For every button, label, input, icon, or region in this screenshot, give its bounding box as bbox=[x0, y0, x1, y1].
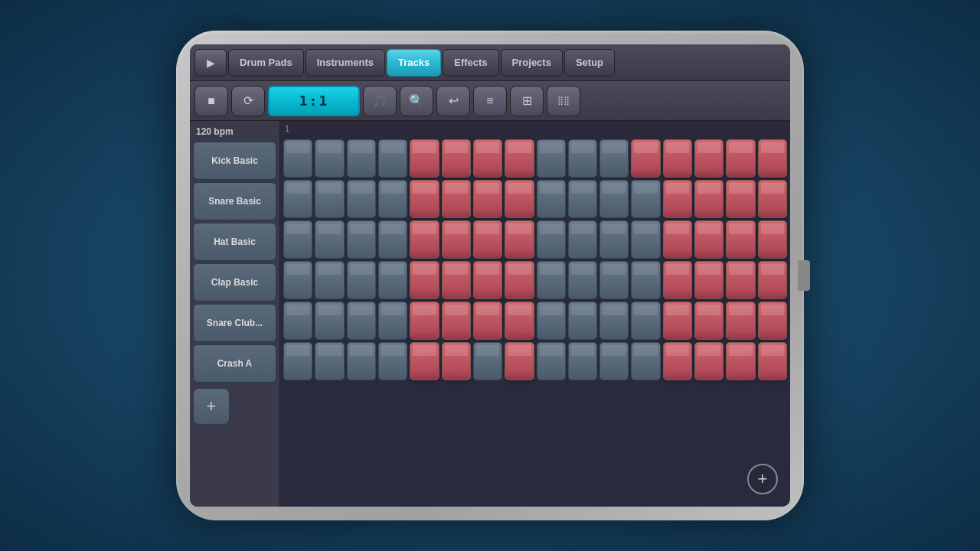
beat-cell-snare-basic-12[interactable] bbox=[663, 180, 692, 218]
track-label-snare-basic[interactable]: Snare Basic bbox=[193, 182, 276, 220]
beat-cell-hat-basic-7[interactable] bbox=[505, 220, 534, 259]
beat-cell-crash-a-0[interactable] bbox=[283, 342, 312, 380]
beat-cell-snare-club-6[interactable] bbox=[473, 302, 502, 340]
beat-cell-hat-basic-6[interactable] bbox=[473, 220, 502, 259]
beat-cell-hat-basic-15[interactable] bbox=[758, 220, 787, 259]
beat-cell-kick-basic-2[interactable] bbox=[347, 139, 376, 178]
track-label-clap-basic[interactable]: Clap Basic bbox=[193, 263, 276, 302]
beat-cell-kick-basic-5[interactable] bbox=[442, 139, 471, 178]
beat-cell-kick-basic-6[interactable] bbox=[473, 139, 502, 178]
track-label-kick-basic[interactable]: Kick Basic bbox=[193, 142, 276, 180]
track-label-snare-club[interactable]: Snare Club... bbox=[193, 304, 276, 342]
beat-cell-kick-basic-10[interactable] bbox=[599, 139, 629, 178]
beat-cell-snare-basic-0[interactable] bbox=[283, 180, 312, 218]
beat-cell-clap-basic-10[interactable] bbox=[599, 261, 629, 299]
beat-cell-snare-basic-7[interactable] bbox=[505, 180, 534, 218]
beat-cell-crash-a-3[interactable] bbox=[378, 342, 407, 380]
beat-cell-crash-a-4[interactable] bbox=[410, 342, 439, 380]
beat-cell-clap-basic-1[interactable] bbox=[315, 261, 344, 299]
beat-cell-hat-basic-14[interactable] bbox=[726, 220, 755, 259]
tab-instruments[interactable]: Instruments bbox=[305, 49, 385, 77]
beat-cell-snare-basic-1[interactable] bbox=[315, 180, 344, 218]
beat-cell-crash-a-7[interactable] bbox=[505, 342, 534, 380]
add-pattern-button[interactable]: + bbox=[747, 464, 778, 494]
beat-cell-hat-basic-9[interactable] bbox=[568, 220, 597, 259]
beat-cell-hat-basic-12[interactable] bbox=[663, 220, 692, 259]
beat-cell-crash-a-13[interactable] bbox=[694, 342, 724, 380]
beat-cell-hat-basic-13[interactable] bbox=[694, 220, 724, 259]
beat-cell-snare-club-7[interactable] bbox=[505, 302, 534, 340]
beat-cell-snare-basic-4[interactable] bbox=[410, 180, 439, 218]
beat-cell-snare-club-0[interactable] bbox=[283, 302, 312, 340]
beat-cell-kick-basic-13[interactable] bbox=[694, 139, 724, 178]
beat-cell-snare-basic-8[interactable] bbox=[537, 180, 566, 218]
beat-cell-snare-club-3[interactable] bbox=[378, 302, 407, 340]
beat-cell-crash-a-14[interactable] bbox=[726, 342, 755, 380]
grid-view-button[interactable]: ⊞ bbox=[510, 86, 544, 116]
list-view-button[interactable]: ≡ bbox=[473, 86, 507, 116]
beat-cell-kick-basic-0[interactable] bbox=[283, 139, 312, 178]
beat-cell-clap-basic-5[interactable] bbox=[442, 261, 471, 299]
beat-cell-crash-a-8[interactable] bbox=[537, 342, 566, 380]
beat-cell-crash-a-2[interactable] bbox=[347, 342, 376, 380]
beat-cell-kick-basic-12[interactable] bbox=[663, 139, 692, 178]
tab-projects[interactable]: Projects bbox=[501, 49, 563, 77]
search-button[interactable]: 🔍 bbox=[400, 86, 433, 116]
side-button[interactable] bbox=[798, 260, 810, 291]
beat-cell-hat-basic-1[interactable] bbox=[315, 220, 344, 259]
beat-cell-snare-club-15[interactable] bbox=[758, 302, 787, 340]
beat-cell-clap-basic-3[interactable] bbox=[378, 261, 407, 299]
beat-cell-snare-club-11[interactable] bbox=[631, 302, 660, 340]
beat-cell-hat-basic-10[interactable] bbox=[599, 220, 629, 259]
beat-cell-snare-club-1[interactable] bbox=[315, 302, 344, 340]
beat-cell-clap-basic-6[interactable] bbox=[473, 261, 502, 299]
beat-cell-clap-basic-9[interactable] bbox=[568, 261, 597, 299]
beat-cell-snare-club-14[interactable] bbox=[726, 302, 755, 340]
beat-cell-clap-basic-15[interactable] bbox=[758, 261, 787, 299]
beat-cell-clap-basic-13[interactable] bbox=[694, 261, 724, 299]
tab-effects[interactable]: Effects bbox=[443, 49, 498, 77]
beat-cell-crash-a-11[interactable] bbox=[631, 342, 660, 380]
beat-cell-kick-basic-14[interactable] bbox=[726, 139, 755, 178]
beat-cell-kick-basic-9[interactable] bbox=[568, 139, 597, 178]
beat-cell-kick-basic-8[interactable] bbox=[537, 139, 566, 178]
beat-cell-snare-basic-6[interactable] bbox=[473, 180, 502, 218]
beat-cell-snare-basic-11[interactable] bbox=[631, 180, 660, 218]
beat-cell-clap-basic-2[interactable] bbox=[347, 261, 376, 299]
tab-setup[interactable]: Setup bbox=[564, 49, 615, 77]
beat-cell-hat-basic-3[interactable] bbox=[378, 220, 407, 259]
beat-cell-kick-basic-3[interactable] bbox=[378, 139, 407, 178]
beat-cell-snare-club-9[interactable] bbox=[568, 302, 597, 340]
beat-cell-snare-club-12[interactable] bbox=[663, 302, 692, 340]
beat-cell-hat-basic-11[interactable] bbox=[631, 220, 660, 259]
beat-cell-snare-club-4[interactable] bbox=[410, 302, 439, 340]
beat-cell-snare-club-5[interactable] bbox=[442, 302, 471, 340]
beat-cell-clap-basic-14[interactable] bbox=[726, 261, 755, 299]
beat-cell-hat-basic-0[interactable] bbox=[283, 220, 312, 259]
beat-cell-snare-club-8[interactable] bbox=[537, 302, 566, 340]
beat-cell-kick-basic-7[interactable] bbox=[505, 139, 534, 178]
beat-cell-crash-a-1[interactable] bbox=[315, 342, 344, 380]
beat-cell-hat-basic-5[interactable] bbox=[442, 220, 471, 259]
beat-cell-snare-basic-9[interactable] bbox=[568, 180, 597, 218]
beat-cell-kick-basic-11[interactable] bbox=[631, 139, 660, 178]
beat-cell-snare-basic-15[interactable] bbox=[758, 180, 787, 218]
beat-cell-crash-a-9[interactable] bbox=[568, 342, 597, 380]
metronome-button[interactable]: 🎵 bbox=[363, 86, 397, 116]
beat-cell-clap-basic-0[interactable] bbox=[283, 261, 312, 299]
track-label-hat-basic[interactable]: Hat Basic bbox=[193, 223, 276, 261]
beat-cell-snare-basic-5[interactable] bbox=[442, 180, 471, 218]
beat-cell-clap-basic-8[interactable] bbox=[537, 261, 566, 299]
track-label-crash-a[interactable]: Crash A bbox=[193, 344, 276, 383]
beat-cell-hat-basic-8[interactable] bbox=[537, 220, 566, 259]
beat-cell-snare-club-13[interactable] bbox=[694, 302, 724, 340]
beat-cell-snare-basic-13[interactable] bbox=[694, 180, 724, 218]
beat-cell-clap-basic-4[interactable] bbox=[410, 261, 439, 299]
beat-cell-snare-basic-14[interactable] bbox=[726, 180, 755, 218]
beat-cell-clap-basic-12[interactable] bbox=[663, 261, 692, 299]
beat-cell-crash-a-10[interactable] bbox=[599, 342, 629, 380]
beat-cell-kick-basic-15[interactable] bbox=[758, 139, 787, 178]
loop-button[interactable]: ⟳ bbox=[231, 86, 265, 116]
beat-cell-hat-basic-2[interactable] bbox=[347, 220, 376, 259]
beat-cell-snare-basic-2[interactable] bbox=[347, 180, 376, 218]
